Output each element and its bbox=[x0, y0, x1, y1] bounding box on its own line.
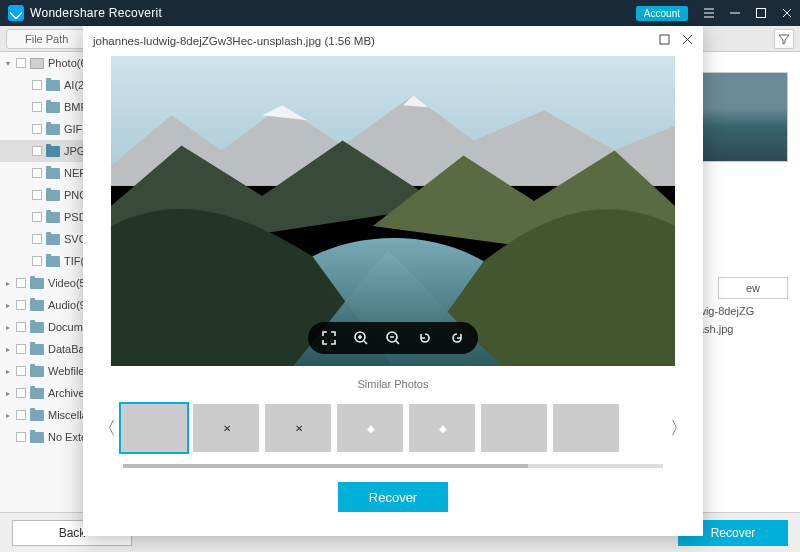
checkbox[interactable] bbox=[32, 124, 42, 134]
zoom-in-icon[interactable] bbox=[352, 329, 370, 347]
checkbox[interactable] bbox=[32, 102, 42, 112]
checkbox[interactable] bbox=[16, 410, 26, 420]
folder-icon bbox=[30, 366, 44, 377]
thumb-blue-1[interactable] bbox=[337, 404, 403, 452]
account-button[interactable]: Account bbox=[636, 6, 688, 21]
folder-icon bbox=[46, 80, 60, 91]
folder-icon bbox=[30, 322, 44, 333]
sidebar-item[interactable]: PSD bbox=[0, 206, 92, 228]
caret-icon: ▸ bbox=[6, 301, 14, 310]
checkbox[interactable] bbox=[16, 322, 26, 332]
close-icon[interactable] bbox=[774, 0, 800, 26]
sidebar-item-label: AI(2 bbox=[64, 79, 84, 91]
folder-icon bbox=[30, 388, 44, 399]
sidebar-item[interactable]: GIF( bbox=[0, 118, 92, 140]
checkbox[interactable] bbox=[16, 300, 26, 310]
rotate-right-icon[interactable] bbox=[448, 329, 466, 347]
titlebar: Wondershare Recoverit Account bbox=[0, 0, 800, 26]
checkbox[interactable] bbox=[32, 256, 42, 266]
modal-filename: johannes-ludwig-8dejZGw3Hec-unsplash.jpg… bbox=[93, 35, 375, 47]
thumbnail-strip bbox=[119, 402, 667, 454]
sidebar-item[interactable]: BMP bbox=[0, 96, 92, 118]
sidebar-item[interactable]: TIF(2 bbox=[0, 250, 92, 272]
similar-photos-title: Similar Photos bbox=[83, 378, 703, 390]
maximize-icon[interactable] bbox=[748, 0, 774, 26]
checkbox[interactable] bbox=[16, 58, 26, 68]
sidebar-item[interactable]: AI(2 bbox=[0, 74, 92, 96]
sidebar-item[interactable]: ▸Webfiles bbox=[0, 360, 92, 382]
modal-header: johannes-ludwig-8dejZGw3Hec-unsplash.jpg… bbox=[83, 26, 703, 56]
carousel-prev-icon[interactable]: 〈 bbox=[95, 398, 119, 458]
caret-icon: ▸ bbox=[6, 279, 14, 288]
modal-close-icon[interactable] bbox=[682, 34, 693, 48]
checkbox[interactable] bbox=[16, 366, 26, 376]
sidebar-item[interactable]: ▸Docume bbox=[0, 316, 92, 338]
preview-modal: johannes-ludwig-8dejZGw3Hec-unsplash.jpg… bbox=[83, 26, 703, 536]
sidebar-item-label: Audio(9 bbox=[48, 299, 86, 311]
filter-icon[interactable] bbox=[774, 29, 794, 49]
modal-maximize-icon[interactable] bbox=[659, 34, 670, 48]
preview-button[interactable]: ew bbox=[718, 277, 788, 299]
checkbox[interactable] bbox=[16, 432, 26, 442]
folder-icon bbox=[46, 168, 60, 179]
sidebar-item[interactable]: ▸DataBas bbox=[0, 338, 92, 360]
checkbox[interactable] bbox=[16, 344, 26, 354]
breadcrumb[interactable]: File Path bbox=[6, 29, 87, 49]
sidebar-item[interactable]: ▸Audio(9 bbox=[0, 294, 92, 316]
folder-icon bbox=[46, 190, 60, 201]
folder-icon bbox=[46, 124, 60, 135]
sidebar-item[interactable]: ▾Photo(6 bbox=[0, 52, 92, 74]
sidebar-item[interactable]: SVG bbox=[0, 228, 92, 250]
thumb-lake[interactable] bbox=[121, 404, 187, 452]
scrollbar-handle[interactable] bbox=[123, 464, 528, 468]
caret-icon: ▸ bbox=[6, 367, 14, 376]
thumb-shore[interactable] bbox=[481, 404, 547, 452]
preview-photo bbox=[111, 56, 675, 366]
image-preview bbox=[111, 56, 675, 366]
modal-recover-button[interactable]: Recover bbox=[338, 482, 448, 512]
fit-screen-icon[interactable] bbox=[320, 329, 338, 347]
thumb-drone-2[interactable] bbox=[265, 404, 331, 452]
folder-icon bbox=[30, 278, 44, 289]
app-title: Wondershare Recoverit bbox=[30, 6, 162, 20]
folder-icon bbox=[30, 300, 44, 311]
sidebar-item-label: Miscella bbox=[48, 409, 88, 421]
minimize-icon[interactable] bbox=[722, 0, 748, 26]
carousel-scrollbar[interactable] bbox=[123, 464, 663, 468]
thumb-rock[interactable] bbox=[553, 404, 619, 452]
folder-icon bbox=[46, 234, 60, 245]
checkbox[interactable] bbox=[16, 278, 26, 288]
thumb-blue-2[interactable] bbox=[409, 404, 475, 452]
checkbox[interactable] bbox=[32, 190, 42, 200]
carousel-next-icon[interactable]: 〉 bbox=[667, 398, 691, 458]
app-logo bbox=[8, 5, 24, 21]
sidebar-item[interactable]: No Exte bbox=[0, 426, 92, 448]
thumb-drone-1[interactable] bbox=[193, 404, 259, 452]
checkbox[interactable] bbox=[32, 212, 42, 222]
sidebar-item[interactable]: JPG( bbox=[0, 140, 92, 162]
caret-icon: ▾ bbox=[6, 59, 14, 68]
checkbox[interactable] bbox=[32, 80, 42, 90]
zoom-out-icon[interactable] bbox=[384, 329, 402, 347]
image-icon bbox=[30, 58, 44, 69]
sidebar-item[interactable]: PNG bbox=[0, 184, 92, 206]
checkbox[interactable] bbox=[32, 234, 42, 244]
folder-icon bbox=[30, 432, 44, 443]
folder-icon bbox=[46, 212, 60, 223]
similar-carousel: 〈 〉 bbox=[95, 398, 691, 458]
folder-icon bbox=[46, 102, 60, 113]
folder-icon bbox=[46, 146, 60, 157]
caret-icon: ▸ bbox=[6, 389, 14, 398]
caret-icon: ▸ bbox=[6, 345, 14, 354]
sidebar-item[interactable]: ▸Miscella bbox=[0, 404, 92, 426]
svg-rect-0 bbox=[757, 9, 766, 18]
folder-icon bbox=[46, 256, 60, 267]
sidebar-item[interactable]: NEF bbox=[0, 162, 92, 184]
sidebar-item[interactable]: ▸Video(53 bbox=[0, 272, 92, 294]
checkbox[interactable] bbox=[32, 168, 42, 178]
rotate-left-icon[interactable] bbox=[416, 329, 434, 347]
checkbox[interactable] bbox=[16, 388, 26, 398]
menu-icon[interactable] bbox=[696, 0, 722, 26]
checkbox[interactable] bbox=[32, 146, 42, 156]
sidebar-item[interactable]: ▸Archive( bbox=[0, 382, 92, 404]
